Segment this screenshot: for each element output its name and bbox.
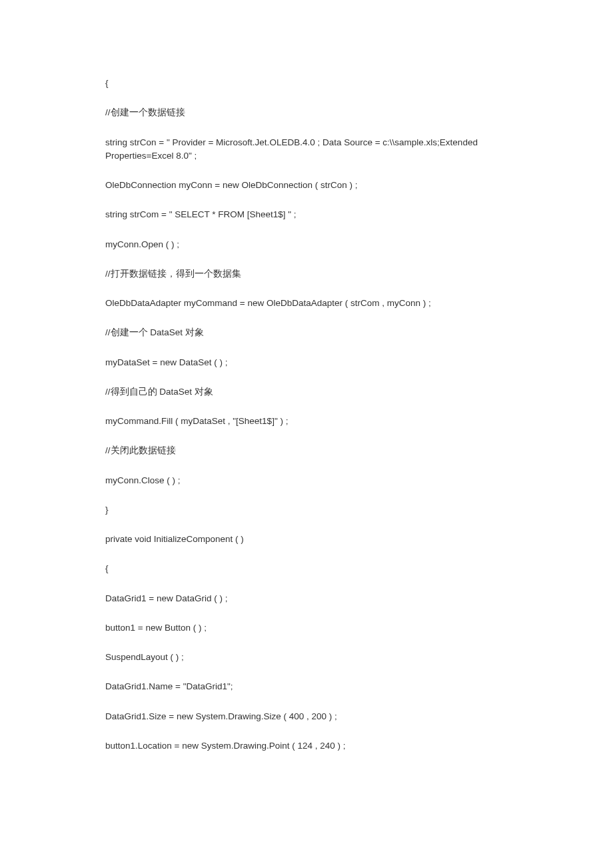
code-line: { <box>105 77 508 90</box>
code-line: button1 = new Button ( ) ; <box>105 621 508 635</box>
code-line: DataGrid1 = new DataGrid ( ) ; <box>105 592 508 605</box>
code-line: } <box>105 503 508 517</box>
code-line: DataGrid1.Size = new System.Drawing.Size… <box>105 710 508 723</box>
code-line: DataGrid1.Name = "DataGrid1"; <box>105 680 508 693</box>
code-line: //打开数据链接，得到一个数据集 <box>105 267 508 281</box>
document-page: { //创建一个数据链接 string strCon = " Provider … <box>0 0 613 868</box>
code-line: OleDbConnection myConn = new OleDbConnec… <box>105 179 508 192</box>
code-line: { <box>105 562 508 575</box>
code-line: button1.Location = new System.Drawing.Po… <box>105 739 508 753</box>
code-line: myConn.Open ( ) ; <box>105 238 508 251</box>
code-line: string strCom = " SELECT * FROM [Sheet1$… <box>105 208 508 221</box>
code-line: myCommand.Fill ( myDataSet , "[Sheet1$]"… <box>105 415 508 428</box>
code-line: SuspendLayout ( ) ; <box>105 651 508 664</box>
code-line: OleDbDataAdapter myCommand = new OleDbDa… <box>105 297 508 310</box>
code-line: myConn.Close ( ) ; <box>105 474 508 487</box>
code-line: myDataSet = new DataSet ( ) ; <box>105 356 508 369</box>
code-line: //得到自己的 DataSet 对象 <box>105 385 508 399</box>
code-line: //创建一个 DataSet 对象 <box>105 326 508 339</box>
code-line: private void InitializeComponent ( ) <box>105 533 508 546</box>
code-line: //创建一个数据链接 <box>105 106 508 119</box>
code-line: string strCon = " Provider = Microsoft.J… <box>105 136 508 163</box>
code-line: //关闭此数据链接 <box>105 444 508 457</box>
